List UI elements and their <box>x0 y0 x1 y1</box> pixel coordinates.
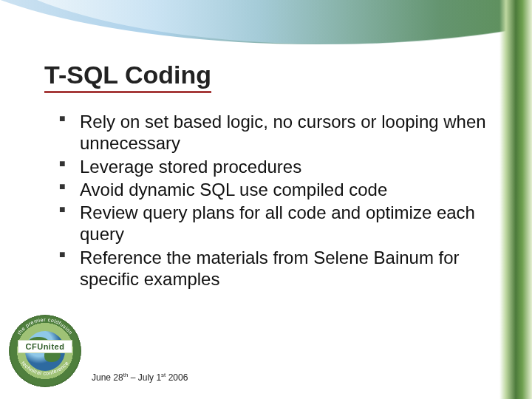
list-item: Reference the materials from Selene Bain… <box>59 247 495 290</box>
list-item: Review query plans for all code and opti… <box>59 202 495 245</box>
right-decorative-band <box>499 0 532 399</box>
date-text: 2006 <box>166 372 188 383</box>
cfunited-logo: the premier coldfusion technical confere… <box>4 310 86 392</box>
date-text: – July 1 <box>128 372 161 383</box>
date-text: June 28 <box>92 372 123 383</box>
bullet-list: Rely on set based logic, no cursors or l… <box>59 111 495 290</box>
list-item: Avoid dynamic SQL use compiled code <box>59 179 495 200</box>
list-item: Rely on set based logic, no cursors or l… <box>59 111 495 154</box>
logo-banner-text: CFUnited <box>18 340 72 353</box>
top-decorative-band <box>0 0 532 53</box>
list-item: Leverage stored procedures <box>59 156 495 177</box>
slide-title: T-SQL Coding <box>44 61 211 93</box>
footer-date: June 28th – July 1st 2006 <box>92 372 188 383</box>
slide-content: Rely on set based logic, no cursors or l… <box>59 111 495 291</box>
swoosh-shape <box>0 0 532 44</box>
